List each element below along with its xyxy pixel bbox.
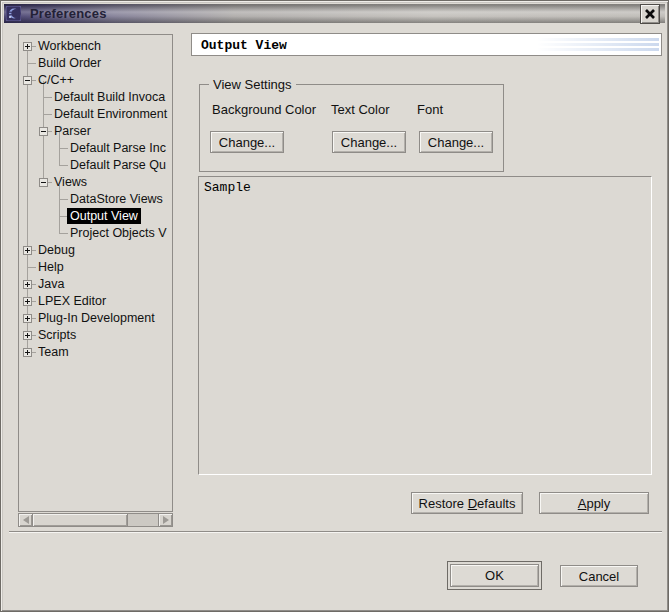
tree-item-label: C/C++ (38, 73, 74, 87)
expand-icon[interactable] (23, 331, 32, 340)
tree-item-label: Default Parse Inc (70, 141, 166, 155)
tree-connector (43, 97, 52, 98)
button-bar-separator (9, 531, 662, 533)
close-button[interactable] (640, 4, 660, 24)
apply-label: Apply (578, 496, 611, 511)
tree-connector (43, 114, 52, 115)
window-title: Preferences (30, 6, 107, 21)
tree-item-lpex-editor[interactable]: LPEX Editor (19, 293, 172, 310)
expand-icon[interactable] (23, 314, 32, 323)
change-text-color-button[interactable]: Change... (332, 131, 406, 153)
apply-button[interactable]: Apply (539, 492, 649, 514)
eclipse-app-icon (6, 6, 21, 21)
tree-item-label: LPEX Editor (38, 294, 106, 308)
collapse-icon[interactable] (39, 178, 48, 187)
restore-defaults-label: Restore Defaults (419, 496, 516, 511)
tree-item-team[interactable]: Team (19, 344, 172, 361)
preferences-tree[interactable]: WorkbenchBuild OrderC/C++Default Build I… (18, 34, 173, 512)
title-bar[interactable]: Preferences (4, 4, 665, 23)
page-title: Output View (201, 38, 287, 53)
group-title: View Settings (209, 77, 296, 92)
tree-item-output-view[interactable]: Output View (19, 208, 172, 225)
background-color-label: Background Color (212, 102, 316, 117)
font-label: Font (417, 102, 443, 117)
change-font-button[interactable]: Change... (419, 131, 493, 153)
tree-item-label: DataStore Views (70, 192, 163, 206)
tree-item-workbench[interactable]: Workbench (19, 38, 172, 55)
text-color-label: Text Color (331, 102, 390, 117)
tree-item-label: Output View (67, 208, 141, 224)
tree-item-default-build-invoca[interactable]: Default Build Invoca (19, 89, 172, 106)
collapse-icon[interactable] (23, 76, 32, 85)
tree-horizontal-scrollbar[interactable] (18, 513, 173, 527)
close-icon (645, 9, 655, 19)
expand-icon[interactable] (23, 246, 32, 255)
sample-preview-area: Sample (198, 176, 652, 475)
tree-item-java[interactable]: Java (19, 276, 172, 293)
tree-connector (59, 233, 68, 234)
tree-item-default-parse-inc[interactable]: Default Parse Inc (19, 140, 172, 157)
tree-item-label: Default Build Invoca (54, 90, 165, 104)
banner-stripes-decoration (537, 37, 659, 52)
scroll-left-button[interactable] (19, 514, 33, 526)
tree-item-label: Default Environment (54, 107, 167, 121)
tree-item-datastore-views[interactable]: DataStore Views (19, 191, 172, 208)
ok-default-ring: OK (447, 561, 542, 590)
tree-connector (59, 165, 68, 166)
tree-item-label: Views (54, 175, 87, 189)
view-settings-group: View Settings Background Color Text Colo… (199, 84, 504, 172)
tree-item-c-c-[interactable]: C/C++ (19, 72, 172, 89)
scroll-left-icon (23, 516, 29, 524)
tree-item-project-objects-v[interactable]: Project Objects V (19, 225, 172, 242)
tree-item-label: Project Objects V (70, 226, 167, 240)
tree-item-parser[interactable]: Parser (19, 123, 172, 140)
restore-defaults-button[interactable]: Restore Defaults (411, 492, 523, 514)
tree-item-debug[interactable]: Debug (19, 242, 172, 259)
tree-item-label: Workbench (38, 39, 101, 53)
tree-item-plug-in-development[interactable]: Plug-In Development (19, 310, 172, 327)
tree-item-views[interactable]: Views (19, 174, 172, 191)
tree-item-label: Debug (38, 243, 75, 257)
tree-item-default-environment[interactable]: Default Environment (19, 106, 172, 123)
ok-button[interactable]: OK (450, 564, 539, 587)
tree-item-label: Help (38, 260, 64, 274)
tree-item-label: Default Parse Qu (70, 158, 166, 172)
tree-connector (27, 63, 36, 64)
expand-icon[interactable] (23, 297, 32, 306)
scrollbar-thumb[interactable] (33, 514, 128, 526)
collapse-icon[interactable] (39, 127, 48, 136)
sample-text: Sample (204, 180, 251, 195)
preferences-dialog: Preferences WorkbenchBuild OrderC/C++Def… (0, 0, 669, 612)
cancel-button[interactable]: Cancel (560, 565, 638, 587)
tree-connector (27, 267, 36, 268)
expand-icon[interactable] (23, 348, 32, 357)
tree-item-label: Scripts (38, 328, 76, 342)
change-background-color-button[interactable]: Change... (210, 131, 284, 153)
tree-item-label: Java (38, 277, 64, 291)
scroll-right-icon (163, 516, 169, 524)
tree-item-label: Parser (54, 124, 91, 138)
tree-item-help[interactable]: Help (19, 259, 172, 276)
expand-icon[interactable] (23, 280, 32, 289)
tree-item-default-parse-qu[interactable]: Default Parse Qu (19, 157, 172, 174)
tree-item-label: Plug-In Development (38, 311, 155, 325)
tree-connector (59, 148, 68, 149)
tree-connector (59, 199, 68, 200)
page-header-banner: Output View (191, 33, 662, 56)
scroll-right-button[interactable] (158, 514, 172, 526)
tree-item-build-order[interactable]: Build Order (19, 55, 172, 72)
tree-item-scripts[interactable]: Scripts (19, 327, 172, 344)
expand-icon[interactable] (23, 42, 32, 51)
tree-item-label: Build Order (38, 56, 101, 70)
tree-item-label: Team (38, 345, 69, 359)
